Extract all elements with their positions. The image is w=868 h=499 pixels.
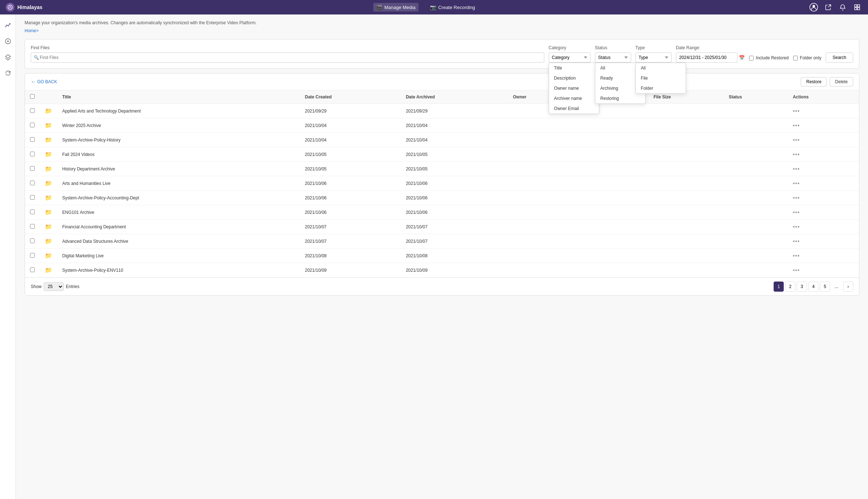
- row-checkbox-cell[interactable]: [25, 162, 40, 176]
- row-checkbox-cell[interactable]: [25, 118, 40, 133]
- entries-label: Entries: [66, 284, 79, 289]
- page-btn-3[interactable]: 3: [797, 282, 807, 292]
- row-checkbox[interactable]: [30, 137, 35, 142]
- row-status: [724, 176, 788, 191]
- row-actions-cell[interactable]: •••: [788, 162, 859, 176]
- row-checkbox[interactable]: [30, 166, 35, 171]
- user-avatar[interactable]: [809, 2, 819, 12]
- page-description: Manage your organization's media archive…: [25, 20, 859, 25]
- row-checkbox[interactable]: [30, 123, 35, 127]
- row-actions-cell[interactable]: •••: [788, 205, 859, 220]
- external-link-icon[interactable]: [823, 2, 833, 12]
- category-dropdown-item-description[interactable]: Description: [549, 73, 599, 83]
- include-restored-checkbox[interactable]: [749, 56, 754, 60]
- row-actions-button[interactable]: •••: [793, 151, 800, 157]
- row-file-size: [648, 104, 724, 118]
- row-actions-button[interactable]: •••: [793, 253, 800, 259]
- row-actions-button[interactable]: •••: [793, 166, 800, 172]
- row-checkbox-cell[interactable]: [25, 147, 40, 162]
- folder-only-checkbox[interactable]: [793, 56, 798, 60]
- row-actions-button[interactable]: •••: [793, 209, 800, 215]
- row-checkbox-cell[interactable]: [25, 205, 40, 220]
- page-btn-next[interactable]: ›: [843, 282, 853, 292]
- row-date-created: 2021/10/09: [300, 263, 401, 278]
- row-actions-button[interactable]: •••: [793, 122, 800, 128]
- bell-icon[interactable]: [838, 2, 848, 12]
- search-input[interactable]: [31, 52, 544, 63]
- header-select-all[interactable]: [25, 90, 40, 104]
- row-checkbox-cell[interactable]: [25, 191, 40, 205]
- row-actions-button[interactable]: •••: [793, 224, 800, 230]
- row-checkbox[interactable]: [30, 253, 35, 258]
- row-checkbox-cell[interactable]: [25, 104, 40, 118]
- search-button[interactable]: Search: [826, 52, 853, 63]
- folder-icon: 📁: [45, 108, 52, 114]
- row-folder-icon-cell: 📁: [40, 263, 57, 278]
- nav-tab-manage-media[interactable]: 🎬 Manage Media: [373, 3, 418, 12]
- category-dropdown-item-owner[interactable]: Owner name: [549, 83, 599, 93]
- row-actions-cell[interactable]: •••: [788, 234, 859, 249]
- sidebar-item-layers[interactable]: [1, 51, 14, 64]
- row-checkbox[interactable]: [30, 152, 35, 156]
- nav-tab-create-recording[interactable]: 📷 Create Recording: [427, 3, 478, 12]
- row-actions-cell[interactable]: •••: [788, 133, 859, 147]
- delete-button[interactable]: Delete: [830, 77, 853, 86]
- row-checkbox-cell[interactable]: [25, 263, 40, 278]
- entries-select[interactable]: 25 10 50 100: [44, 282, 64, 291]
- row-checkbox-cell[interactable]: [25, 234, 40, 249]
- row-checkbox[interactable]: [30, 195, 35, 200]
- row-actions-button[interactable]: •••: [793, 238, 800, 244]
- category-select[interactable]: Category Title Description Owner name Ar…: [549, 52, 591, 63]
- media-table: Title Date Created Date Archived Owner A…: [25, 90, 859, 278]
- row-actions-button[interactable]: •••: [793, 267, 800, 273]
- app-logo[interactable]: Himalayas: [6, 3, 42, 12]
- find-files-label: Find Files: [31, 45, 544, 50]
- sidebar-item-compass[interactable]: [1, 35, 14, 48]
- grid-icon[interactable]: [852, 2, 862, 12]
- row-actions-cell[interactable]: •••: [788, 147, 859, 162]
- restore-button[interactable]: Restore: [801, 77, 827, 86]
- row-checkbox-cell[interactable]: [25, 249, 40, 263]
- type-dropdown-item-all[interactable]: All: [636, 63, 686, 73]
- row-actions-button[interactable]: •••: [793, 180, 800, 186]
- row-actions-button[interactable]: •••: [793, 195, 800, 201]
- page-btn-4[interactable]: 4: [808, 282, 818, 292]
- page-btn-5[interactable]: 5: [820, 282, 830, 292]
- row-actions-cell[interactable]: •••: [788, 220, 859, 234]
- status-dropdown-item-restoring[interactable]: Restoring: [595, 93, 645, 103]
- select-all-checkbox[interactable]: [30, 94, 35, 99]
- row-actions-cell[interactable]: •••: [788, 249, 859, 263]
- row-actions-cell[interactable]: •••: [788, 263, 859, 278]
- row-checkbox-cell[interactable]: [25, 220, 40, 234]
- include-restored-group: Include Restored: [749, 55, 789, 63]
- row-actions-button[interactable]: •••: [793, 137, 800, 143]
- row-actions-cell[interactable]: •••: [788, 176, 859, 191]
- row-checkbox[interactable]: [30, 181, 35, 185]
- status-select[interactable]: Status All Ready Archiving Restoring: [595, 52, 631, 63]
- row-actions-cell[interactable]: •••: [788, 118, 859, 133]
- sidebar-item-refresh[interactable]: [1, 67, 14, 80]
- page-btn-2[interactable]: 2: [785, 282, 795, 292]
- row-checkbox[interactable]: [30, 210, 35, 214]
- row-actions-button[interactable]: •••: [793, 108, 800, 114]
- date-range-input[interactable]: [676, 52, 737, 63]
- page-btn-1[interactable]: 1: [774, 282, 784, 292]
- row-checkbox[interactable]: [30, 108, 35, 113]
- type-dropdown-item-folder[interactable]: Folder: [636, 83, 686, 93]
- back-button[interactable]: ← GO BACK: [31, 79, 57, 85]
- calendar-icon[interactable]: 📅: [739, 55, 745, 60]
- sidebar-item-analytics[interactable]: [1, 19, 14, 32]
- row-actions-cell[interactable]: •••: [788, 191, 859, 205]
- breadcrumb[interactable]: Home>: [25, 28, 859, 33]
- row-actions-cell[interactable]: •••: [788, 104, 859, 118]
- row-checkbox[interactable]: [30, 238, 35, 243]
- type-dropdown-item-file[interactable]: File: [636, 73, 686, 83]
- category-dropdown-item-archiver[interactable]: Archiver name: [549, 93, 599, 103]
- row-checkbox[interactable]: [30, 267, 35, 272]
- type-select[interactable]: Type All File Folder: [635, 52, 672, 63]
- category-dropdown-item-email[interactable]: Owner Email: [549, 103, 599, 114]
- category-dropdown-item-title[interactable]: Title: [549, 63, 599, 73]
- row-checkbox-cell[interactable]: [25, 133, 40, 147]
- row-checkbox-cell[interactable]: [25, 176, 40, 191]
- row-checkbox[interactable]: [30, 224, 35, 229]
